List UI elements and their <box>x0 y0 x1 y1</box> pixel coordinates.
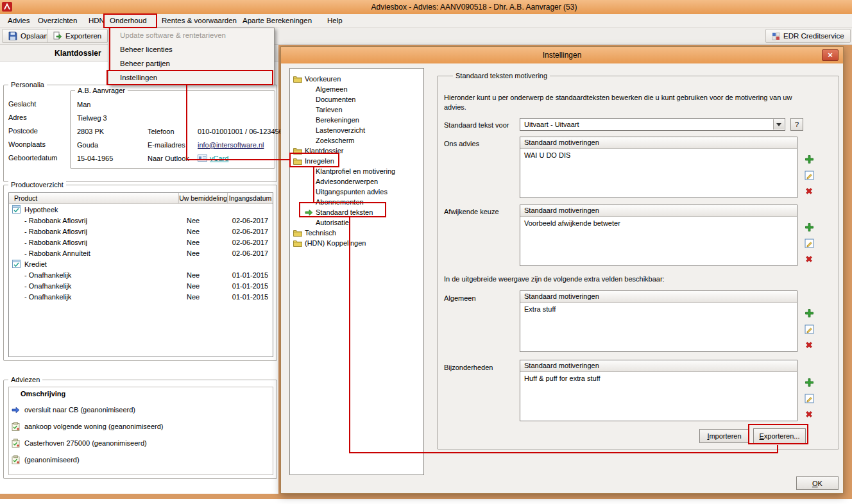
delete-x-icon <box>805 340 814 349</box>
list-header[interactable]: Standaard motiveringen <box>520 137 797 149</box>
tree-item-klantdossier[interactable]: Klantdossier <box>290 146 423 156</box>
delete-button-algemeen[interactable] <box>802 338 816 352</box>
add-button-bijzonderheden[interactable] <box>802 375 816 389</box>
tree-item-algemeen[interactable]: Algemeen <box>290 84 423 94</box>
chevron-down-icon[interactable] <box>773 119 784 130</box>
menu-item-beheer-licenties[interactable]: Beheer licenties <box>108 42 274 56</box>
tree-item-autorisatie[interactable]: Autorisatie <box>290 217 423 228</box>
motivering-list-bijzonderheden[interactable]: Standaard motiveringen Huff & puff for e… <box>520 360 797 421</box>
edit-button-ons-advies[interactable] <box>802 168 816 182</box>
tree-item-standaard-teksten[interactable]: Standaard teksten <box>290 207 423 217</box>
folder-icon <box>293 76 302 83</box>
list-header[interactable]: Standaard motiveringen <box>520 205 797 217</box>
table-row-krediet[interactable]: Krediet <box>9 258 273 269</box>
menu-item-update-software[interactable]: Update software & rentetarieven <box>108 28 274 42</box>
table-row[interactable]: - Rabobank Aflosvrij Nee 02-06-2017 <box>9 237 273 248</box>
green-arrow-icon <box>305 209 313 216</box>
product-table: Product Uw bemiddeling Ingangsdatum Hypo… <box>8 192 273 357</box>
field-label-adres: Adres <box>8 112 27 122</box>
menu-overzichten[interactable]: Overzichten <box>35 16 80 25</box>
tree-item-berekeningen[interactable]: Berekeningen <box>290 115 423 125</box>
exporteren-button[interactable]: Exporteren... <box>753 428 806 444</box>
klantdossier-tab[interactable]: Klantdossier <box>55 49 101 58</box>
tree-item-zoekscherm[interactable]: Zoekscherm <box>290 135 423 146</box>
tree-item-inregelen[interactable]: Inregelen <box>290 156 423 166</box>
column-header-uw-bemiddeling[interactable]: Uw bemiddeling <box>179 193 228 203</box>
list-item[interactable]: Voorbeeld afwijkende betweter <box>520 217 797 230</box>
title-bar: Adviesbox - Advies: AANV090518 - Dhr. A.… <box>0 0 852 14</box>
edit-button-algemeen[interactable] <box>802 322 816 336</box>
tree-item-technisch[interactable]: Technisch <box>290 228 423 238</box>
email-link[interactable]: info@intersoftware.nl <box>198 140 264 150</box>
column-header-product[interactable]: Product <box>9 193 179 203</box>
advies-item[interactable]: (geanonimiseerd) <box>12 454 80 466</box>
vcard-link[interactable]: vCard <box>198 153 228 164</box>
standaard-tekst-voor-select[interactable]: Uitvaart - Uitvaart <box>520 118 785 131</box>
adviezen-list: Omschrijving oversluit naar CB (geanonim… <box>8 387 273 475</box>
menu-onderhoud[interactable]: Onderhoud <box>107 16 149 25</box>
menu-item-instellingen[interactable]: Instellingen <box>108 71 274 85</box>
menu-item-beheer-partijen[interactable]: Beheer partijen <box>108 56 274 71</box>
table-row[interactable]: - Rabobank Aflosvrij Nee 02-06-2017 <box>9 215 273 226</box>
advies-doc-icon <box>12 439 20 448</box>
list-header[interactable]: Standaard motiveringen <box>520 291 797 303</box>
tree-item-label: Berekeningen <box>316 116 359 124</box>
tree-item-adviesonderwerpen[interactable]: Adviesonderwerpen <box>290 176 423 187</box>
advies-item[interactable]: aankoop volgende woning (geanonimiseerd) <box>12 421 163 432</box>
product-cell: - Rabobank Aflosvrij <box>9 239 179 246</box>
ok-button[interactable]: OK <box>796 476 839 490</box>
field-label-geslacht: Geslacht <box>8 99 36 109</box>
menu-aparte-berekeningen[interactable]: Aparte Berekeningen <box>240 16 314 25</box>
table-row[interactable]: - Onafhankelijk Nee 01-01-2015 <box>9 269 273 280</box>
section-label-afwijkende-keuze: Afwijkende keuze <box>444 206 499 217</box>
add-button-ons-advies[interactable] <box>802 152 816 166</box>
table-row-hypotheek[interactable]: Hypotheek <box>9 204 273 215</box>
delete-button-ons-advies[interactable] <box>802 184 816 198</box>
motivering-list-afwijkende-keuze[interactable]: Standaard motiveringen Voorbeeld afwijke… <box>520 205 797 266</box>
edit-button-afwijkende-keuze[interactable] <box>802 236 816 250</box>
tree-item-voorkeuren[interactable]: Voorkeuren <box>290 74 423 84</box>
list-item[interactable]: WAI U DO DIS <box>520 149 797 162</box>
menu-rentes-voorwaarden[interactable]: Rentes & voorwaarden <box>159 16 239 25</box>
advies-arrow-icon <box>12 407 20 414</box>
export-button[interactable]: Exporteren <box>47 29 108 43</box>
menu-help[interactable]: Help <box>325 16 345 25</box>
dialog-title-bar: Instellingen × <box>281 47 843 63</box>
tree-item-lastenoverzicht[interactable]: Lastenoverzicht <box>290 125 423 135</box>
list-header[interactable]: Standaard motiveringen <box>520 360 797 372</box>
edr-creditservice-button[interactable]: EDR Creditservice <box>765 29 851 43</box>
menu-advies[interactable]: Advies <box>5 16 33 25</box>
tree-item-tarieven[interactable]: Tarieven <box>290 105 423 115</box>
menu-hdn[interactable]: HDN <box>86 16 107 25</box>
table-row[interactable]: - Onafhankelijk Nee 01-01-2015 <box>9 291 273 302</box>
delete-button-bijzonderheden[interactable] <box>802 407 816 421</box>
omschrijving-header[interactable]: Omschrijving <box>21 390 65 398</box>
tree-item-uitgangspunten-advies[interactable]: Uitgangspunten advies <box>290 187 423 197</box>
add-button-algemeen[interactable] <box>802 306 816 320</box>
motivering-list-algemeen[interactable]: Standaard motiveringen Extra stuff <box>520 290 797 352</box>
importeren-button[interactable]: Importeren <box>699 429 749 443</box>
plus-icon <box>805 378 814 387</box>
productoverzicht-group: Productoverzicht Product Uw bemiddeling … <box>3 185 277 361</box>
add-button-afwijkende-keuze[interactable] <box>802 220 816 234</box>
advies-item[interactable]: Casterhoven 275000 (geanonimiseerd) <box>12 437 147 449</box>
help-button[interactable]: ? <box>790 118 803 131</box>
tree-item-hdn-koppelingen[interactable]: (HDN) Koppelingen <box>290 238 423 248</box>
advies-item[interactable]: oversluit naar CB (geanonimiseerd) <box>12 404 135 416</box>
field-value-postcode: 2803 PK <box>77 126 104 137</box>
delete-button-afwijkende-keuze[interactable] <box>802 252 816 266</box>
list-item[interactable]: Huff & puff for extra stuff <box>520 372 797 385</box>
field-value-geboortedatum: 15-04-1965 <box>77 153 113 164</box>
tree-item-documenten[interactable]: Documenten <box>290 94 423 105</box>
column-header-ingangsdatum[interactable]: Ingangsdatum <box>228 193 273 203</box>
close-button[interactable]: × <box>822 49 839 61</box>
tree-item-abonnementen[interactable]: Abonnementen <box>290 197 423 207</box>
table-row[interactable]: - Rabobank Annuïteit Nee 02-06-2017 <box>9 248 273 258</box>
field-value-geslacht: Man <box>77 99 90 110</box>
edit-button-bijzonderheden[interactable] <box>802 391 816 405</box>
table-row[interactable]: - Onafhankelijk Nee 01-01-2015 <box>9 280 273 291</box>
list-item[interactable]: Extra stuff <box>520 303 797 315</box>
tree-item-klantprofiel-en-motivering[interactable]: Klantprofiel en motivering <box>290 166 423 176</box>
table-row[interactable]: - Rabobank Aflosvrij Nee 02-06-2017 <box>9 226 273 237</box>
motivering-list-ons-advies[interactable]: Standaard motiveringen WAI U DO DIS <box>520 137 797 198</box>
